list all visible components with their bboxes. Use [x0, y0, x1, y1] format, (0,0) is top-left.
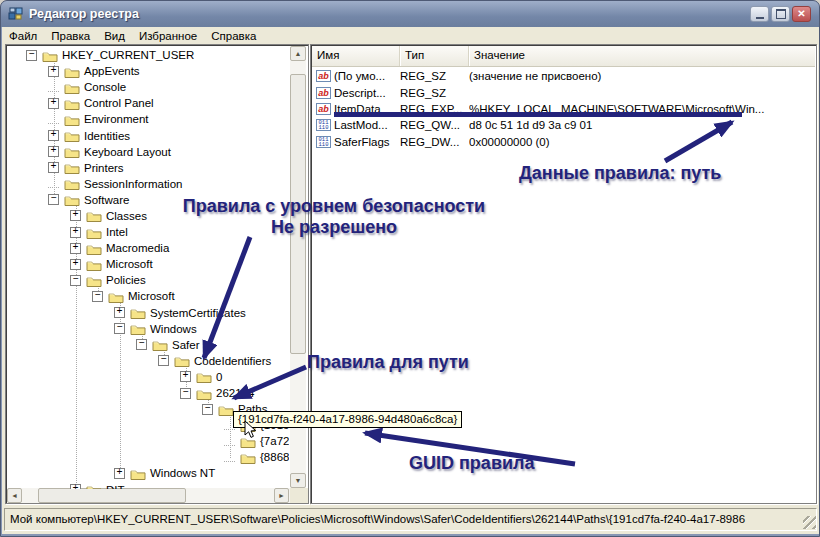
- tree-item-label[interactable]: {7a72edfb: [260, 435, 289, 447]
- scroll-down-button[interactable]: ▼: [290, 473, 306, 488]
- resize-grip[interactable]: [803, 516, 816, 529]
- tree-item-policies[interactable]: −Policies: [7, 272, 289, 288]
- tree-item-hkey-current-user[interactable]: −HKEY_CURRENT_USER: [7, 47, 289, 63]
- scroll-up-button[interactable]: ▲: [290, 46, 306, 61]
- tree-item-keyboard-layout[interactable]: +Keyboard Layout: [7, 144, 289, 160]
- collapse-icon[interactable]: −: [180, 388, 191, 399]
- tree-item-label[interactable]: Macromedia: [106, 242, 169, 254]
- tree-item-label[interactable]: 262144: [216, 387, 254, 399]
- annotation-path-rules: Правила для пути: [307, 352, 469, 373]
- tree-item-codeidentifiers[interactable]: −CodeIdentifiers: [7, 353, 289, 369]
- tree-item-label[interactable]: Microsoft: [128, 290, 175, 302]
- expand-icon[interactable]: +: [48, 146, 59, 157]
- value-row-saferflags[interactable]: 011110SaferFlagsREG_DW...0x00000000 (0): [312, 134, 815, 150]
- column-header-name[interactable]: Имя: [312, 46, 400, 66]
- tree-item-label[interactable]: Control Panel: [84, 97, 154, 109]
- tree-item-appevents[interactable]: +AppEvents: [7, 63, 289, 79]
- collapse-icon[interactable]: −: [26, 50, 37, 61]
- menu-item[interactable]: Вид: [97, 29, 132, 43]
- tree-item-sessioninformation[interactable]: SessionInformation: [7, 176, 289, 192]
- collapse-icon[interactable]: −: [136, 339, 147, 350]
- tree-item-macromedia[interactable]: +Macromedia: [7, 240, 289, 256]
- title-bar[interactable]: Редактор реестра ✕: [1, 1, 819, 27]
- tree-item-label[interactable]: Keyboard Layout: [84, 146, 171, 158]
- tree-item-label[interactable]: Console: [84, 81, 126, 93]
- menu-item[interactable]: Справка: [204, 29, 263, 43]
- column-header-value[interactable]: Значение: [469, 46, 815, 66]
- expand-icon[interactable]: +: [70, 484, 81, 489]
- expand-icon[interactable]: +: [180, 371, 191, 382]
- tree-item-label[interactable]: Software: [84, 194, 129, 206]
- expand-icon[interactable]: +: [70, 210, 81, 221]
- expand-icon[interactable]: +: [114, 468, 125, 479]
- expand-icon[interactable]: +: [48, 162, 59, 173]
- expand-icon[interactable]: +: [48, 66, 59, 77]
- tree-item-label[interactable]: Policies: [106, 274, 146, 286]
- menu-item[interactable]: Правка: [44, 29, 97, 43]
- tree-item-label[interactable]: Windows: [150, 323, 197, 335]
- tree-item-printers[interactable]: +Printers: [7, 160, 289, 176]
- value-row-descript-[interactable]: abDescript...REG_SZ: [312, 84, 815, 100]
- minimize-button[interactable]: [750, 6, 769, 22]
- tree-item-{7a72edfb[interactable]: {7a72edfb: [7, 433, 289, 449]
- tree-item-console[interactable]: Console: [7, 79, 289, 95]
- tree-item-safer[interactable]: −Safer: [7, 337, 289, 353]
- tree-item-control-panel[interactable]: +Control Panel: [7, 95, 289, 111]
- expand-icon[interactable]: +: [70, 259, 81, 270]
- tree-item-label[interactable]: HKEY_CURRENT_USER: [62, 49, 194, 61]
- expand-icon[interactable]: +: [48, 98, 59, 109]
- tree-item-label[interactable]: SessionInformation: [84, 178, 182, 190]
- collapse-icon[interactable]: −: [48, 194, 59, 205]
- expand-icon[interactable]: +: [70, 243, 81, 254]
- tree-item-label[interactable]: Intel: [106, 226, 128, 238]
- tree-item-label[interactable]: SystemCertificates: [150, 307, 246, 319]
- value-row-lastmod-[interactable]: 011110LastMod...REG_QW...d8 0c 51 1d d9 …: [312, 117, 815, 133]
- tree-item-label[interactable]: DIT: [106, 484, 125, 489]
- tree-item-{8868b733[interactable]: {8868b733: [7, 449, 289, 465]
- tree-item-label[interactable]: Windows NT: [150, 467, 215, 479]
- menu-item[interactable]: Файл: [2, 29, 44, 43]
- tree-item-label[interactable]: Environment: [84, 113, 149, 125]
- scroll-left-button[interactable]: ◄: [7, 488, 22, 503]
- scroll-right-button[interactable]: ►: [274, 488, 289, 503]
- value-name: ItemData: [334, 103, 381, 115]
- tree-item-262144[interactable]: −262144: [7, 385, 289, 401]
- tree-item-systemcertificates[interactable]: +SystemCertificates: [7, 305, 289, 321]
- string-value-icon: ab: [316, 70, 331, 82]
- tree-item-0[interactable]: +0: [7, 369, 289, 385]
- tree-item-label[interactable]: Printers: [84, 162, 124, 174]
- collapse-icon[interactable]: −: [202, 404, 213, 415]
- tree-item-identities[interactable]: +Identities: [7, 127, 289, 143]
- tree-item-label[interactable]: AppEvents: [84, 65, 140, 77]
- column-header-type[interactable]: Тип: [400, 46, 469, 66]
- tree-item-label[interactable]: CodeIdentifiers: [194, 355, 271, 367]
- tree-item-environment[interactable]: Environment: [7, 111, 289, 127]
- tree-item-microsoft[interactable]: +Microsoft: [7, 256, 289, 272]
- tree-item-label[interactable]: Classes: [106, 210, 147, 222]
- menu-item[interactable]: Избранное: [132, 29, 204, 43]
- tree-item-dit[interactable]: +DIT: [7, 482, 289, 489]
- tree-item-label[interactable]: 0: [216, 371, 222, 383]
- tree-item-label[interactable]: Identities: [84, 130, 130, 142]
- expand-icon[interactable]: +: [48, 130, 59, 141]
- horizontal-scroll-thumb[interactable]: [38, 488, 186, 503]
- close-button[interactable]: ✕: [792, 6, 811, 22]
- folder-icon: [130, 306, 146, 319]
- folder-icon: [108, 290, 124, 303]
- folder-icon: [86, 258, 102, 271]
- value-row--[interactable]: ab(По умо...REG_SZ(значение не присвоено…: [312, 68, 815, 84]
- tree-item-label[interactable]: Safer: [172, 339, 200, 351]
- expand-icon[interactable]: +: [70, 227, 81, 238]
- tree-item-label[interactable]: {8868b733: [260, 451, 289, 463]
- expand-icon[interactable]: +: [114, 307, 125, 318]
- maximize-button[interactable]: [771, 6, 790, 22]
- collapse-icon[interactable]: −: [158, 355, 169, 366]
- collapse-icon[interactable]: −: [114, 323, 125, 334]
- collapse-icon[interactable]: −: [92, 291, 103, 302]
- tree-item-label[interactable]: Microsoft: [106, 258, 153, 270]
- tree-item-windows-nt[interactable]: +Windows NT: [7, 465, 289, 481]
- tree-item-windows[interactable]: −Windows: [7, 321, 289, 337]
- value-row-itemdata[interactable]: abItemDataREG_EXP...%HKEY_LOCAL_MACHINE\…: [312, 101, 815, 117]
- collapse-icon[interactable]: −: [70, 275, 81, 286]
- tree-item-microsoft[interactable]: −Microsoft: [7, 288, 289, 304]
